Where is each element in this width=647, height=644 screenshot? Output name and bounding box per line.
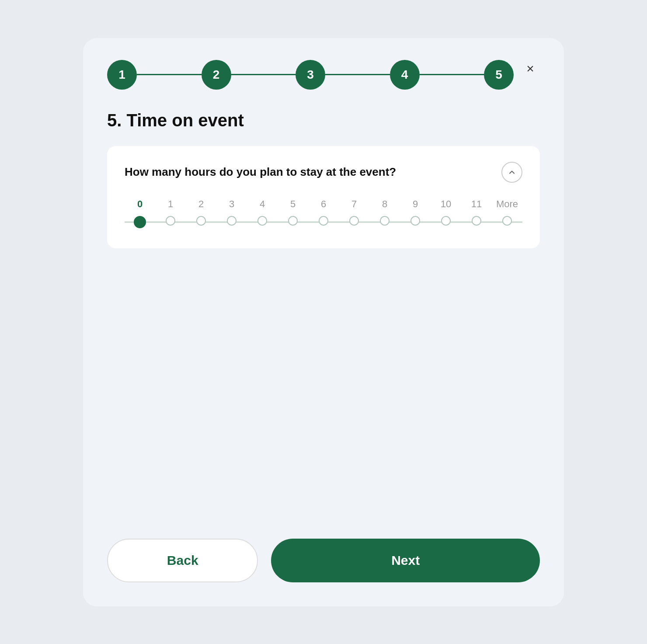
dot-more[interactable] (502, 216, 512, 226)
label-6: 6 (308, 198, 339, 210)
step-5-circle[interactable]: 5 (484, 60, 514, 90)
step-indicator: 1 2 3 4 5 (107, 60, 540, 90)
step-line-3-4 (325, 74, 390, 75)
chevron-up-icon (508, 168, 516, 177)
question-text: How many hours do you plan to stay at th… (125, 165, 396, 179)
step-3-circle[interactable]: 3 (296, 60, 325, 90)
dot-1[interactable] (166, 216, 175, 226)
label-10: 10 (431, 198, 461, 210)
modal-container: × 1 2 3 4 5 5. Time on event How many ho… (83, 38, 564, 606)
dot-11[interactable] (472, 216, 481, 226)
dot-6[interactable] (319, 216, 328, 226)
question-card: How many hours do you plan to stay at th… (107, 146, 540, 248)
label-5: 5 (278, 198, 308, 210)
dot-7[interactable] (349, 216, 359, 226)
step-line-4-5 (420, 74, 484, 75)
collapse-button[interactable] (501, 162, 522, 183)
step-1-circle[interactable]: 1 (107, 60, 137, 90)
dot-4[interactable] (257, 216, 267, 226)
question-header: How many hours do you plan to stay at th… (125, 162, 522, 183)
label-3: 3 (216, 198, 247, 210)
dot-2[interactable] (196, 216, 206, 226)
step-4-circle[interactable]: 4 (390, 60, 420, 90)
step-line-1-2 (137, 74, 202, 75)
label-7: 7 (339, 198, 369, 210)
footer: Back Next (107, 512, 540, 582)
label-2: 2 (186, 198, 216, 210)
close-button[interactable]: × (521, 59, 540, 78)
hours-slider[interactable]: 0 1 2 3 4 5 6 7 8 9 10 11 More (125, 198, 522, 229)
dot-5[interactable] (288, 216, 298, 226)
back-button[interactable]: Back (107, 539, 258, 582)
slider-labels: 0 1 2 3 4 5 6 7 8 9 10 11 More (125, 198, 522, 210)
close-icon: × (526, 61, 534, 76)
label-9: 9 (400, 198, 431, 210)
dot-10[interactable] (441, 216, 451, 226)
dot-3[interactable] (227, 216, 237, 226)
label-0: 0 (125, 198, 155, 210)
label-8: 8 (369, 198, 400, 210)
label-11: 11 (461, 198, 492, 210)
step-line-2-3 (231, 74, 296, 75)
step-2-circle[interactable]: 2 (202, 60, 231, 90)
dot-9[interactable] (410, 216, 420, 226)
label-more: More (492, 198, 522, 210)
page-title: 5. Time on event (107, 111, 540, 130)
dot-8[interactable] (380, 216, 390, 226)
label-4: 4 (247, 198, 278, 210)
label-1: 1 (155, 198, 186, 210)
next-button[interactable]: Next (271, 539, 540, 582)
dot-0[interactable] (134, 216, 146, 228)
